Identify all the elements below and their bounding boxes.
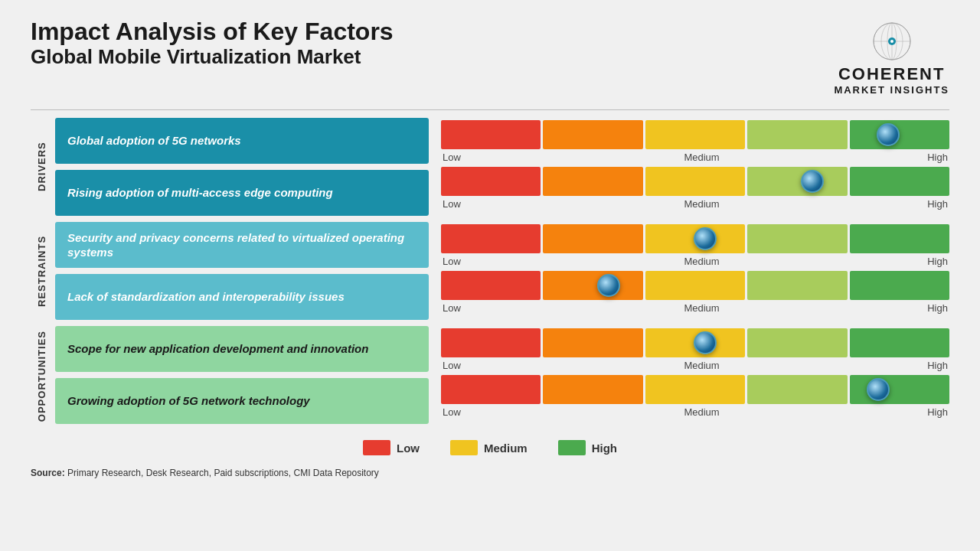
bar-segment-0 [441, 120, 541, 149]
high-label: High [927, 152, 948, 163]
chart-row-drivers-1: LowMediumHigh [441, 165, 949, 211]
legend-box-medium [450, 440, 478, 455]
category-section-opportunities: OPPORTUNITIESScope for new application d… [31, 326, 429, 426]
factor-cells-opportunities: Scope for new application development an… [52, 326, 429, 426]
bars-wrapper-opportunities-1 [441, 373, 949, 406]
bar-segment-3 [747, 224, 847, 253]
bar-segment-0 [441, 167, 541, 196]
logo-icon [872, 21, 912, 61]
low-label: Low [443, 152, 461, 163]
legend-label-high: High [592, 442, 617, 455]
factor-cell-restraints-0: Security and privacy concerns related to… [55, 222, 429, 268]
marker-opportunities-0 [694, 331, 717, 354]
left-col: DRIVERSGlobal adoption of 5G networksRis… [31, 118, 429, 426]
high-label: High [927, 360, 948, 371]
header-area: Impact Analysis of Key Factors Global Mo… [31, 18, 949, 96]
medium-label: Medium [684, 406, 719, 418]
bars-inner-restraints-1 [441, 271, 949, 300]
legend-area: LowMediumHigh [31, 434, 949, 461]
bar-segment-3 [747, 375, 847, 404]
svg-point-7 [890, 40, 893, 43]
medium-label: Medium [684, 152, 719, 163]
high-label: High [927, 302, 948, 314]
bar-segment-3 [747, 120, 847, 149]
logo-area: COHERENT MARKET INSIGHTS [834, 18, 949, 96]
legend-item-medium: Medium [450, 440, 528, 455]
chart-row-drivers-0: LowMediumHigh [441, 118, 949, 165]
category-section-drivers: DRIVERSGlobal adoption of 5G networksRis… [31, 118, 429, 216]
bar-labels-opportunities-0: LowMediumHigh [441, 360, 949, 371]
bar-segment-1 [543, 328, 642, 357]
legend-label-low: Low [397, 442, 420, 455]
main-title: Impact Analysis of Key Factors [31, 18, 394, 45]
marker-restraints-0 [694, 227, 717, 250]
low-label: Low [443, 256, 461, 267]
bar-segment-0 [441, 328, 541, 357]
bar-labels-restraints-1: LowMediumHigh [441, 302, 949, 314]
bar-segment-1 [543, 271, 642, 300]
bar-segment-4 [850, 167, 949, 196]
high-label: High [927, 256, 948, 267]
legend-item-high: High [558, 440, 617, 455]
bar-labels-drivers-0: LowMediumHigh [441, 152, 949, 163]
factor-cell-restraints-1: Lack of standardization and interoperabi… [55, 274, 429, 320]
legend-box-low [363, 440, 390, 455]
divider [31, 109, 949, 110]
bars-wrapper-restraints-1 [441, 269, 949, 302]
bar-segment-4 [850, 271, 949, 300]
bars-wrapper-drivers-1 [441, 165, 949, 198]
source-text: Source: Primary Research, Desk Research,… [31, 468, 949, 478]
medium-label: Medium [684, 256, 719, 267]
bar-segment-2 [645, 271, 745, 300]
category-label-drivers: DRIVERS [31, 118, 52, 216]
medium-label: Medium [684, 198, 719, 210]
bar-segment-0 [441, 375, 541, 404]
bar-segment-2 [645, 120, 745, 149]
bars-wrapper-opportunities-0 [441, 326, 949, 360]
factor-cell-opportunities-1: Growing adoption of 5G network technolog… [55, 378, 429, 424]
chart-row-restraints-0: LowMediumHigh [441, 222, 949, 269]
category-section-restraints: RESTRAINTSSecurity and privacy concerns … [31, 222, 429, 320]
page: Impact Analysis of Key Factors Global Mo… [0, 0, 980, 551]
marker-restraints-1 [597, 274, 620, 297]
medium-label: Medium [684, 302, 719, 314]
source-prefix: Source: [31, 468, 65, 478]
section-gap [31, 216, 429, 222]
bars-inner-drivers-0 [441, 120, 949, 149]
category-label-restraints: RESTRAINTS [31, 222, 52, 320]
factor-cell-opportunities-0: Scope for new application development an… [55, 326, 429, 372]
factor-cell-drivers-0: Global adoption of 5G networks [55, 118, 429, 164]
bar-segment-3 [747, 167, 847, 196]
bar-segment-1 [543, 120, 642, 149]
sub-title: Global Mobile Virtualization Market [31, 45, 394, 69]
bar-segment-1 [543, 375, 642, 404]
bar-segment-1 [543, 224, 642, 253]
factor-cell-drivers-1: Rising adoption of multi-access edge com… [55, 170, 429, 216]
bars-wrapper-drivers-0 [441, 118, 949, 152]
bar-segment-0 [441, 224, 541, 253]
factor-cells-restraints: Security and privacy concerns related to… [52, 222, 429, 320]
low-label: Low [443, 302, 461, 314]
bar-segment-3 [747, 271, 847, 300]
bar-segment-4 [850, 328, 949, 357]
bar-segment-3 [747, 328, 847, 357]
bar-labels-opportunities-1: LowMediumHigh [441, 406, 949, 418]
bars-inner-drivers-1 [441, 167, 949, 196]
chart-row-restraints-1: LowMediumHigh [441, 269, 949, 315]
low-label: Low [443, 198, 461, 210]
title-block: Impact Analysis of Key Factors Global Mo… [31, 18, 394, 69]
marker-opportunities-1 [867, 378, 890, 401]
high-label: High [927, 406, 948, 418]
factor-cells-drivers: Global adoption of 5G networksRising ado… [52, 118, 429, 216]
bar-labels-drivers-1: LowMediumHigh [441, 198, 949, 210]
legend-item-low: Low [363, 440, 420, 455]
bar-segment-2 [645, 375, 745, 404]
legend-box-high [558, 440, 586, 455]
bar-segment-4 [850, 375, 949, 404]
bar-segment-1 [543, 167, 642, 196]
chart-row-opportunities-1: LowMediumHigh [441, 373, 949, 419]
medium-label: Medium [684, 360, 719, 371]
bar-segment-2 [645, 167, 745, 196]
low-label: Low [443, 360, 461, 371]
marker-drivers-0 [877, 123, 900, 146]
